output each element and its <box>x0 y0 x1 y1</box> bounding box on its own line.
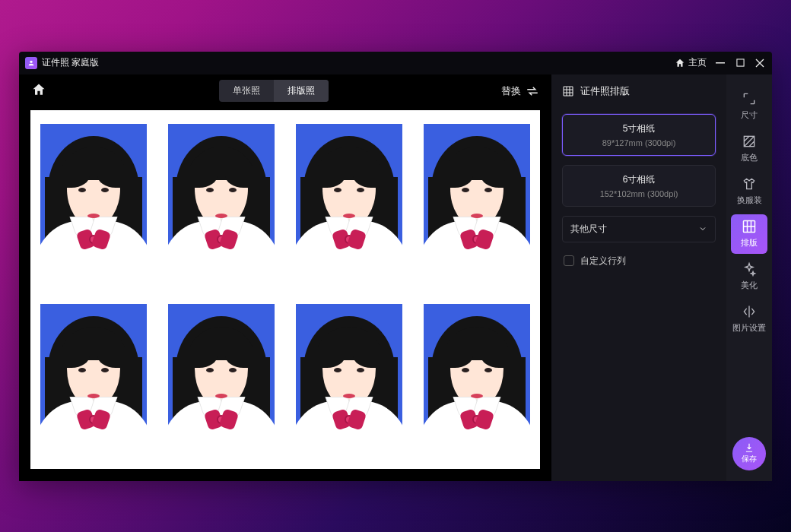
rail-size[interactable]: 尺寸 <box>731 87 767 126</box>
replace-label: 替换 <box>501 84 521 98</box>
layout-icon <box>742 219 757 234</box>
other-sizes-select[interactable]: 其他尺寸 <box>562 216 716 242</box>
id-photo[interactable] <box>168 124 275 276</box>
tab-layout-photo[interactable]: 排版照 <box>274 80 329 102</box>
custom-rowcol-checkbox[interactable]: 自定义行列 <box>562 252 716 271</box>
save-button[interactable]: 保存 <box>732 437 766 470</box>
app-window: 证件照 家庭版 主页 单张照 排版照 <box>19 52 772 481</box>
photo-cell <box>413 290 540 470</box>
svg-rect-1 <box>716 62 725 64</box>
rail-background[interactable]: 底色 <box>731 129 767 169</box>
home-label: 主页 <box>688 56 707 69</box>
rail-label: 底色 <box>741 152 758 163</box>
main-area: 单张照 排版照 替换 <box>19 74 551 481</box>
side-panel: 证件照排版 5寸相纸 89*127mm (300dpi) 6寸相纸 152*10… <box>551 74 726 481</box>
size-detail: 152*102mm (300dpi) <box>570 189 707 198</box>
rail-label: 美化 <box>741 280 758 291</box>
grid-icon <box>562 85 574 97</box>
size-title: 6寸相纸 <box>570 173 707 186</box>
window-controls <box>714 57 766 69</box>
svg-rect-3 <box>564 87 573 96</box>
save-label: 保存 <box>742 454 757 464</box>
rail-layout[interactable]: 排版 <box>731 214 767 254</box>
rail-beautify[interactable]: 美化 <box>731 257 767 296</box>
tool-rail: 尺寸 底色 换服装 排版 美化 图片设置 <box>726 74 772 481</box>
minimize-button[interactable] <box>714 57 726 69</box>
checkbox-icon <box>564 255 574 266</box>
custom-rowcol-label: 自定义行列 <box>580 255 626 268</box>
photo-cell <box>158 110 285 290</box>
id-photo[interactable] <box>296 304 402 456</box>
paper-size-6inch[interactable]: 6寸相纸 152*102mm (300dpi) <box>562 165 716 207</box>
home-icon <box>675 58 685 68</box>
photo-cell <box>413 110 540 290</box>
id-photo[interactable] <box>40 304 147 456</box>
id-photo[interactable] <box>424 304 530 456</box>
photo-cell <box>286 290 413 470</box>
id-photo[interactable] <box>296 124 402 276</box>
svg-rect-2 <box>736 59 743 66</box>
mirror-icon <box>742 304 757 319</box>
toolbar-home-button[interactable] <box>31 82 46 100</box>
rail-label: 换服装 <box>737 195 762 206</box>
rail-label: 图片设置 <box>732 322 766 334</box>
paper-size-5inch[interactable]: 5寸相纸 89*127mm (300dpi) <box>562 114 716 156</box>
other-sizes-label: 其他尺寸 <box>570 223 607 236</box>
maximize-button[interactable] <box>734 57 746 69</box>
sparkle-icon <box>742 261 757 277</box>
close-button[interactable] <box>754 57 766 69</box>
background-icon <box>742 134 757 149</box>
replace-button[interactable]: 替换 <box>501 84 539 98</box>
shirt-icon <box>742 176 757 192</box>
print-sheet <box>30 110 540 469</box>
size-title: 5寸相纸 <box>570 122 707 135</box>
rail-label: 排版 <box>741 237 758 249</box>
app-title: 证件照 家庭版 <box>42 56 99 69</box>
photo-cell <box>286 110 413 290</box>
rail-label: 尺寸 <box>741 109 758 121</box>
home-link[interactable]: 主页 <box>675 56 707 69</box>
size-detail: 89*127mm (300dpi) <box>570 138 707 147</box>
photo-cell <box>158 290 285 470</box>
photo-mode-segmented: 单张照 排版照 <box>219 80 329 102</box>
chevron-down-icon <box>698 224 707 233</box>
app-icon <box>25 57 37 69</box>
panel-title: 证件照排版 <box>580 84 630 98</box>
tab-single-photo[interactable]: 单张照 <box>219 80 274 102</box>
crop-icon <box>742 91 757 106</box>
rail-image-settings[interactable]: 图片设置 <box>731 299 767 339</box>
svg-point-0 <box>30 60 32 62</box>
panel-header: 证件照排版 <box>551 74 726 108</box>
titlebar: 证件照 家庭版 主页 <box>19 52 772 74</box>
swap-icon <box>526 84 539 98</box>
rail-clothes[interactable]: 换服装 <box>731 172 767 211</box>
photo-cell <box>30 110 157 290</box>
id-photo[interactable] <box>168 304 275 456</box>
canvas <box>19 108 551 481</box>
photo-cell <box>30 290 157 470</box>
main-toolbar: 单张照 排版照 替换 <box>19 74 551 108</box>
id-photo[interactable] <box>424 124 530 276</box>
id-photo[interactable] <box>40 124 147 276</box>
download-icon <box>744 442 754 453</box>
